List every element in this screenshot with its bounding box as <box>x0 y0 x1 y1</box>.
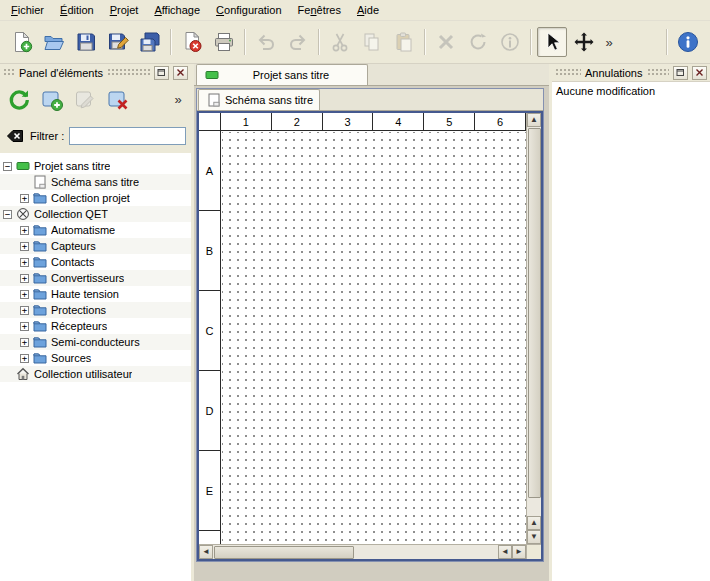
tree-item-schema-sans-titre[interactable]: Schéma sans titre <box>0 174 191 190</box>
delete-element-button[interactable] <box>104 86 132 114</box>
scroll-right-button[interactable]: ► <box>512 545 526 559</box>
scroll-left-button-end[interactable]: ◄ <box>498 545 512 559</box>
ruler-row-e: E <box>199 451 220 531</box>
tab-projet-sans-titre[interactable]: Projet sans titre <box>196 64 368 85</box>
menu-affichage[interactable]: Affichage <box>146 1 208 19</box>
menu-edition[interactable]: Édition <box>52 1 102 19</box>
scroll-up-button-bottom[interactable]: ▲ <box>527 516 541 530</box>
menu-projet[interactable]: Projet <box>102 1 147 19</box>
tree-expander[interactable]: + <box>20 258 29 267</box>
tree-expander[interactable]: − <box>3 162 12 171</box>
save-button[interactable] <box>71 27 101 57</box>
tree-expander[interactable]: + <box>20 354 29 363</box>
filter-input[interactable] <box>69 127 186 145</box>
about-toolbar <box>662 27 704 57</box>
undo-empty-message: Aucune modification <box>556 85 706 97</box>
tree-item-protections[interactable]: +Protections <box>0 302 191 318</box>
float-window-icon <box>676 68 685 77</box>
scroll-left-button-start[interactable]: ◄ <box>199 545 213 559</box>
copy-pages-icon <box>361 31 383 53</box>
reload-collections-button[interactable] <box>5 86 33 114</box>
tree-expander[interactable]: + <box>20 338 29 347</box>
tab-schema-sans-titre[interactable]: Schéma sans titre <box>198 89 320 110</box>
vertical-scroll-track[interactable] <box>527 499 541 516</box>
undo-button[interactable] <box>251 27 281 57</box>
horizontal-scroll-track[interactable] <box>355 545 498 559</box>
scroll-down-button[interactable]: ▼ <box>527 530 541 544</box>
panel-extension-button[interactable]: » <box>170 86 186 114</box>
tree-expander[interactable]: + <box>20 226 29 235</box>
tree-item-recepteurs[interactable]: +Récepteurs <box>0 318 191 334</box>
close-file-button[interactable] <box>177 27 207 57</box>
edit-pencil-icon <box>73 88 97 112</box>
new-project-button[interactable] <box>7 27 37 57</box>
clear-filter-icon <box>6 127 24 145</box>
dock-grip <box>3 68 15 77</box>
tree-item-label: Semi-conducteurs <box>51 336 140 348</box>
delete-button[interactable] <box>431 27 461 57</box>
schema-view: 123456 ABCDE ▲ ▲ ▼ ◄ <box>197 111 543 561</box>
tree-item-projet-sans-titre[interactable]: −Projet sans titre <box>0 158 191 174</box>
elements-panel-toolbar: » <box>0 81 191 118</box>
tree-item-haute-tension[interactable]: +Haute tension <box>0 286 191 302</box>
close-elements-panel-button[interactable] <box>173 66 188 80</box>
schema-canvas[interactable] <box>222 132 526 544</box>
save-as-button[interactable] <box>103 27 133 57</box>
scroll-up-button-top[interactable]: ▲ <box>527 113 541 127</box>
clipboard-icon <box>393 31 415 53</box>
new-element-button[interactable] <box>38 86 66 114</box>
horizontal-scrollbar[interactable]: ◄ ◄ ► <box>199 544 526 559</box>
tree-item-collection-utilisateur[interactable]: Collection utilisateur <box>0 366 191 382</box>
select-mode-button[interactable] <box>537 27 567 57</box>
elements-panel-titlebar[interactable]: Panel d'éléments <box>0 64 191 81</box>
cut-button[interactable] <box>325 27 355 57</box>
ruler-column-2: 2 <box>272 113 323 130</box>
element-tree: −Projet sans titreSchéma sans titre+Coll… <box>0 153 191 581</box>
tree-item-automatisme[interactable]: +Automatisme <box>0 222 191 238</box>
menu-fichier[interactable]: Fichier <box>3 1 52 19</box>
tree-item-collection-projet[interactable]: +Collection projet <box>0 190 191 206</box>
tree-item-label: Projet sans titre <box>34 160 110 172</box>
tree-item-convertisseurs[interactable]: +Convertisseurs <box>0 270 191 286</box>
print-button[interactable] <box>209 27 239 57</box>
tree-item-sources[interactable]: +Sources <box>0 350 191 366</box>
scroll-mode-button[interactable] <box>569 27 599 57</box>
clear-filter-button[interactable] <box>5 126 25 146</box>
vertical-scroll-thumb[interactable] <box>528 128 541 498</box>
tree-item-collection-qet[interactable]: −Collection QET <box>0 206 191 222</box>
open-project-button[interactable] <box>39 27 69 57</box>
toolbar-extension-button[interactable]: » <box>601 27 617 57</box>
menu-configuration[interactable]: Configuration <box>208 1 289 19</box>
properties-button[interactable] <box>495 27 525 57</box>
edit-element-button[interactable] <box>71 86 99 114</box>
copy-button[interactable] <box>357 27 387 57</box>
tree-item-capteurs[interactable]: +Capteurs <box>0 238 191 254</box>
float-undo-panel-button[interactable] <box>673 66 688 80</box>
tree-expander[interactable]: + <box>20 194 29 203</box>
rotate-button[interactable] <box>463 27 493 57</box>
save-all-button[interactable] <box>135 27 165 57</box>
rotate-arc-icon <box>467 31 489 53</box>
ruler-corner <box>199 113 221 130</box>
undo-panel-titlebar[interactable]: Annulations <box>552 64 710 81</box>
toolbar-separator <box>424 29 426 55</box>
horizontal-scroll-thumb[interactable] <box>214 546 354 559</box>
close-undo-panel-button[interactable] <box>692 66 707 80</box>
arrow-left-icon: ◄ <box>202 548 210 556</box>
menu-aide[interactable]: Aide <box>349 1 387 19</box>
vertical-scrollbar[interactable]: ▲ ▲ ▼ <box>526 113 541 544</box>
menu-fenetres[interactable]: Fenêtres <box>290 1 349 19</box>
arrow-up-icon: ▲ <box>530 519 538 527</box>
about-button[interactable] <box>673 27 703 57</box>
float-elements-panel-button[interactable] <box>154 66 169 80</box>
tree-expander[interactable]: + <box>20 290 29 299</box>
tree-expander[interactable]: + <box>20 274 29 283</box>
tree-expander[interactable]: + <box>20 322 29 331</box>
tree-expander[interactable]: + <box>20 242 29 251</box>
tree-item-semi-conducteurs[interactable]: +Semi-conducteurs <box>0 334 191 350</box>
tree-expander[interactable]: + <box>20 306 29 315</box>
paste-button[interactable] <box>389 27 419 57</box>
tree-item-contacts[interactable]: +Contacts <box>0 254 191 270</box>
tree-expander[interactable]: − <box>3 210 12 219</box>
redo-button[interactable] <box>283 27 313 57</box>
